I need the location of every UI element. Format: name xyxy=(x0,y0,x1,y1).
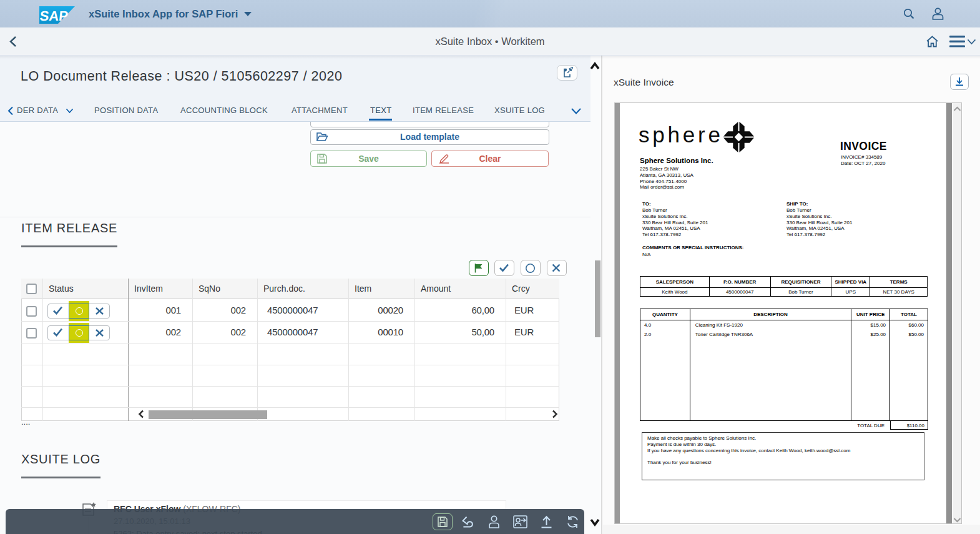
svg-text:SAP: SAP xyxy=(39,8,69,24)
